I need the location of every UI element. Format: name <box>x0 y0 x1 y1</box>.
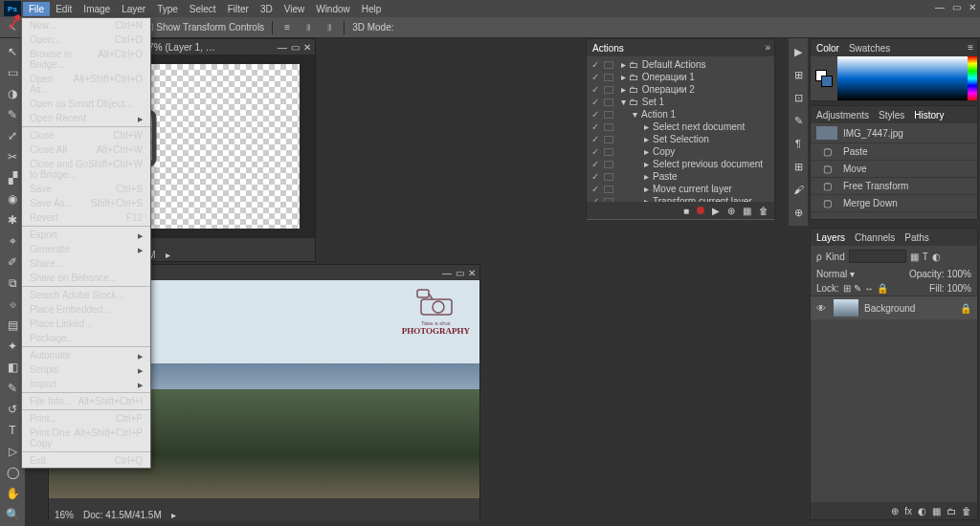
tool-button-2[interactable]: ◑ <box>2 84 23 103</box>
tool-button-0[interactable]: ↖ <box>2 42 23 61</box>
menu-item-scripts[interactable]: Scripts <box>22 362 150 377</box>
actions-footer-icon[interactable]: 🗑 <box>759 206 768 216</box>
action-row[interactable]: ✓▸ Copy <box>587 145 774 158</box>
menu-item-generate[interactable]: Generate <box>22 242 150 256</box>
menu-item-save-as[interactable]: Save As...Shift+Ctrl+S <box>22 196 150 210</box>
layers-footer-icon[interactable]: ▦ <box>932 506 941 516</box>
history-snapshot[interactable]: IMG_7447.jpg <box>811 123 977 143</box>
filter-icon[interactable]: ◐ <box>932 252 941 262</box>
tab-actions[interactable]: Actions <box>592 43 624 54</box>
fill-value[interactable]: 100% <box>947 283 971 294</box>
menu-edit[interactable]: Edit <box>50 2 78 16</box>
tool-button-6[interactable]: ▞ <box>2 168 23 187</box>
tool-button-12[interactable]: ⟐ <box>2 295 23 314</box>
doc-max-icon[interactable]: ▭ <box>291 42 300 53</box>
doc-close-icon[interactable]: ✕ <box>468 268 476 278</box>
actions-footer-icon[interactable]: ■ <box>683 206 689 216</box>
menu-image[interactable]: Image <box>78 2 116 16</box>
collapsed-panel-icon[interactable]: ⊞ <box>791 67 806 82</box>
lock-option-icon[interactable]: ✎ <box>854 283 861 294</box>
tab-paths[interactable]: Paths <box>904 232 929 243</box>
tool-button-10[interactable]: ✐ <box>2 252 23 272</box>
menu-window[interactable]: Window <box>310 2 356 16</box>
menu-item-open[interactable]: Open...Ctrl+O <box>22 33 150 47</box>
tool-button-1[interactable]: ▭ <box>2 63 23 82</box>
collapsed-panel-icon[interactable]: ▶ <box>791 44 806 59</box>
menu-file[interactable]: File <box>23 2 50 16</box>
align-icon[interactable]: ≡ <box>280 21 294 34</box>
action-row[interactable]: ✓▸ 🗀 Default Actions <box>587 58 774 71</box>
action-row[interactable]: ✓▾ Action 1 <box>587 108 774 121</box>
tab-swatches[interactable]: Swatches <box>849 43 890 54</box>
menu-item-save[interactable]: SaveCtrl+S <box>22 182 150 196</box>
actions-footer-icon[interactable]: ▶ <box>712 206 720 216</box>
action-row[interactable]: ✓▸ 🗀 Операции 2 <box>587 83 774 96</box>
collapsed-panel-icon[interactable]: ✎ <box>791 113 806 128</box>
doc-max-icon[interactable]: ▭ <box>456 268 464 278</box>
tool-button-4[interactable]: ⤢ <box>2 126 23 145</box>
menu-filter[interactable]: Filter <box>222 2 255 16</box>
tab-adjustments[interactable]: Adjustments <box>816 110 869 121</box>
menu-select[interactable]: Select <box>184 2 222 16</box>
menu-item-revert[interactable]: RevertF12 <box>22 210 150 225</box>
tool-button-22[interactable]: 🔍 <box>2 505 23 524</box>
menu-item-print[interactable]: Print...Ctrl+P <box>22 411 150 426</box>
tool-button-11[interactable]: ⧉ <box>2 274 23 293</box>
history-state[interactable]: ▢Free Transform <box>811 178 977 195</box>
action-row[interactable]: ✓▸ Select next document <box>587 121 774 133</box>
actions-footer-icon[interactable] <box>697 207 704 214</box>
tool-button-13[interactable]: ▤ <box>2 316 23 335</box>
menu-item-close-all[interactable]: Close AllAlt+Ctrl+W <box>22 142 150 157</box>
doc-min-icon[interactable]: — <box>442 268 452 278</box>
layers-footer-icon[interactable]: 🗀 <box>947 506 956 516</box>
collapsed-panel-icon[interactable]: ⊞ <box>791 159 806 174</box>
align-icon[interactable]: ⫴ <box>323 21 336 34</box>
tab-layers[interactable]: Layers <box>816 232 845 243</box>
scrollbar-horizontal[interactable] <box>49 498 479 508</box>
layer-row[interactable]: 👁 Background 🔒 <box>811 296 977 319</box>
tool-button-5[interactable]: ✂ <box>2 147 23 166</box>
filter-icon[interactable]: ▦ <box>910 252 919 262</box>
opacity-value[interactable]: 100% <box>947 269 971 279</box>
history-state[interactable]: ▢Paste <box>811 143 977 161</box>
transform-controls-checkbox[interactable]: ☐ Show Transform Controls <box>145 22 265 33</box>
align-icon[interactable]: ⫴ <box>301 21 315 34</box>
filter-icon[interactable]: T <box>923 252 928 262</box>
menu-item-browse-in-bridge[interactable]: Browse in Bridge...Alt+Ctrl+O <box>22 47 150 72</box>
tab-channels[interactable]: Channels <box>855 232 895 243</box>
menu-view[interactable]: View <box>278 2 311 16</box>
lock-option-icon[interactable]: 🔒 <box>877 283 888 294</box>
collapsed-panel-icon[interactable]: 🖌 <box>791 182 806 197</box>
menu-item-share[interactable]: Share... <box>22 256 150 271</box>
tool-button-21[interactable]: ✋ <box>2 484 23 503</box>
tool-button-20[interactable]: ◯ <box>2 463 23 482</box>
menu-item-close[interactable]: CloseCtrl+W <box>22 128 150 142</box>
tab-history[interactable]: History <box>914 110 944 121</box>
collapsed-panel-icon[interactable]: ¶ <box>791 136 806 151</box>
collapsed-panel-icon[interactable]: ⊡ <box>791 90 806 105</box>
actions-footer-icon[interactable]: ⊕ <box>727 206 735 216</box>
history-state[interactable]: ▢Merge Down <box>811 195 977 212</box>
menu-help[interactable]: Help <box>356 2 388 16</box>
tool-button-3[interactable]: ✎ <box>2 105 23 124</box>
action-row[interactable]: ✓▸ Move current layer <box>587 183 774 195</box>
menu-item-exit[interactable]: ExitCtrl+Q <box>22 453 150 468</box>
layers-footer-icon[interactable]: fx <box>904 506 912 516</box>
history-state[interactable]: ▢Move <box>811 161 977 178</box>
tool-button-9[interactable]: ⌖ <box>2 231 23 251</box>
menu-item-place-linked[interactable]: Place Linked... <box>22 317 150 331</box>
lock-option-icon[interactable]: ⊞ <box>843 283 851 294</box>
menu-type[interactable]: Type <box>151 2 184 16</box>
tab-color[interactable]: Color <box>816 43 839 54</box>
minimize-icon[interactable]: — <box>935 2 945 12</box>
menu-3d[interactable]: 3D <box>255 2 278 16</box>
visibility-icon[interactable]: 👁 <box>816 303 828 314</box>
action-row[interactable]: ✓▸ Paste <box>587 170 774 183</box>
tab-styles[interactable]: Styles <box>879 110 904 121</box>
layers-footer-icon[interactable]: ◐ <box>918 506 926 516</box>
lock-option-icon[interactable]: ↔ <box>864 283 874 294</box>
tool-button-14[interactable]: ✦ <box>2 337 23 356</box>
menu-item-automate[interactable]: Automate <box>22 348 150 362</box>
menu-item-print-one-copy[interactable]: Print One CopyAlt+Shift+Ctrl+P <box>22 426 150 450</box>
action-row[interactable]: ✓▸ 🗀 Операции 1 <box>587 71 774 83</box>
